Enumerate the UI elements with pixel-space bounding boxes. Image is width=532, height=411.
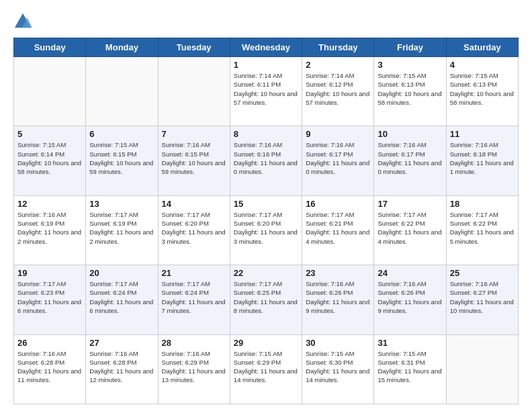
day-info: Sunrise: 7:16 AM Sunset: 6:18 PM Dayligh… [450, 140, 515, 176]
day-info: Sunrise: 7:14 AM Sunset: 6:11 PM Dayligh… [234, 71, 298, 107]
table-row: 15Sunrise: 7:17 AM Sunset: 6:20 PM Dayli… [230, 195, 302, 265]
table-row [158, 57, 230, 126]
day-number: 12 [17, 199, 82, 209]
table-row: 25Sunrise: 7:16 AM Sunset: 6:27 PM Dayli… [446, 265, 518, 334]
table-row: 23Sunrise: 7:16 AM Sunset: 6:26 PM Dayli… [302, 265, 374, 334]
calendar-week-row: 12Sunrise: 7:16 AM Sunset: 6:19 PM Dayli… [14, 195, 519, 265]
logo [13, 12, 35, 31]
day-number: 9 [306, 129, 370, 139]
day-number: 6 [89, 129, 154, 139]
calendar-week-row: 1Sunrise: 7:14 AM Sunset: 6:11 PM Daylig… [14, 57, 519, 126]
table-row: 30Sunrise: 7:15 AM Sunset: 6:30 PM Dayli… [302, 334, 374, 404]
header-friday: Friday [374, 38, 446, 57]
header-monday: Monday [86, 38, 158, 57]
day-info: Sunrise: 7:17 AM Sunset: 6:24 PM Dayligh… [162, 279, 226, 315]
day-number: 13 [89, 199, 154, 209]
day-info: Sunrise: 7:15 AM Sunset: 6:15 PM Dayligh… [89, 140, 154, 176]
table-row: 27Sunrise: 7:16 AM Sunset: 6:28 PM Dayli… [86, 334, 158, 404]
day-info: Sunrise: 7:14 AM Sunset: 6:12 PM Dayligh… [306, 71, 370, 107]
header-sunday: Sunday [14, 38, 86, 57]
day-info: Sunrise: 7:15 AM Sunset: 6:30 PM Dayligh… [306, 349, 370, 385]
day-number: 29 [234, 338, 298, 348]
calendar-week-row: 19Sunrise: 7:17 AM Sunset: 6:23 PM Dayli… [14, 265, 519, 334]
day-info: Sunrise: 7:17 AM Sunset: 6:19 PM Dayligh… [89, 210, 154, 246]
day-info: Sunrise: 7:17 AM Sunset: 6:22 PM Dayligh… [450, 210, 515, 246]
table-row: 9Sunrise: 7:16 AM Sunset: 6:17 PM Daylig… [302, 126, 374, 195]
day-number: 21 [162, 268, 226, 278]
day-info: Sunrise: 7:15 AM Sunset: 6:13 PM Dayligh… [378, 71, 442, 107]
table-row [446, 334, 518, 404]
day-number: 22 [234, 268, 298, 278]
table-row [86, 57, 158, 126]
table-row: 13Sunrise: 7:17 AM Sunset: 6:19 PM Dayli… [86, 195, 158, 265]
table-row: 24Sunrise: 7:16 AM Sunset: 6:26 PM Dayli… [374, 265, 446, 334]
calendar-week-row: 5Sunrise: 7:15 AM Sunset: 6:14 PM Daylig… [14, 126, 519, 195]
day-info: Sunrise: 7:17 AM Sunset: 6:22 PM Dayligh… [378, 210, 442, 246]
table-row: 11Sunrise: 7:16 AM Sunset: 6:18 PM Dayli… [446, 126, 518, 195]
table-row: 10Sunrise: 7:16 AM Sunset: 6:17 PM Dayli… [374, 126, 446, 195]
page: Sunday Monday Tuesday Wednesday Thursday… [0, 0, 532, 411]
weekday-header-row: Sunday Monday Tuesday Wednesday Thursday… [14, 38, 519, 57]
calendar-table: Sunday Monday Tuesday Wednesday Thursday… [13, 38, 519, 404]
table-row: 5Sunrise: 7:15 AM Sunset: 6:14 PM Daylig… [14, 126, 86, 195]
day-info: Sunrise: 7:16 AM Sunset: 6:15 PM Dayligh… [162, 140, 226, 176]
day-number: 16 [306, 199, 370, 209]
day-number: 11 [450, 129, 515, 139]
day-info: Sunrise: 7:16 AM Sunset: 6:28 PM Dayligh… [89, 349, 154, 385]
day-number: 5 [17, 129, 82, 139]
table-row: 6Sunrise: 7:15 AM Sunset: 6:15 PM Daylig… [86, 126, 158, 195]
table-row [14, 57, 86, 126]
day-number: 23 [306, 268, 370, 278]
header-wednesday: Wednesday [230, 38, 302, 57]
table-row: 28Sunrise: 7:16 AM Sunset: 6:29 PM Dayli… [158, 334, 230, 404]
day-info: Sunrise: 7:17 AM Sunset: 6:20 PM Dayligh… [162, 210, 226, 246]
day-number: 3 [378, 60, 442, 70]
day-number: 8 [234, 129, 298, 139]
day-number: 18 [450, 199, 515, 209]
day-info: Sunrise: 7:16 AM Sunset: 6:17 PM Dayligh… [306, 140, 370, 176]
table-row: 1Sunrise: 7:14 AM Sunset: 6:11 PM Daylig… [230, 57, 302, 126]
table-row: 8Sunrise: 7:16 AM Sunset: 6:16 PM Daylig… [230, 126, 302, 195]
calendar-week-row: 26Sunrise: 7:16 AM Sunset: 6:28 PM Dayli… [14, 334, 519, 404]
day-number: 28 [162, 338, 226, 348]
day-number: 25 [450, 268, 515, 278]
header-thursday: Thursday [302, 38, 374, 57]
table-row: 4Sunrise: 7:15 AM Sunset: 6:13 PM Daylig… [446, 57, 518, 126]
table-row: 2Sunrise: 7:14 AM Sunset: 6:12 PM Daylig… [302, 57, 374, 126]
table-row: 7Sunrise: 7:16 AM Sunset: 6:15 PM Daylig… [158, 126, 230, 195]
day-number: 17 [378, 199, 442, 209]
day-info: Sunrise: 7:15 AM Sunset: 6:29 PM Dayligh… [234, 349, 298, 385]
day-info: Sunrise: 7:16 AM Sunset: 6:17 PM Dayligh… [378, 140, 442, 176]
day-info: Sunrise: 7:16 AM Sunset: 6:29 PM Dayligh… [162, 349, 226, 385]
day-number: 1 [234, 60, 298, 70]
day-number: 20 [89, 268, 154, 278]
day-info: Sunrise: 7:15 AM Sunset: 6:13 PM Dayligh… [450, 71, 515, 107]
table-row: 21Sunrise: 7:17 AM Sunset: 6:24 PM Dayli… [158, 265, 230, 334]
day-number: 2 [306, 60, 370, 70]
day-number: 15 [234, 199, 298, 209]
logo-icon [13, 12, 32, 31]
day-number: 19 [17, 268, 82, 278]
table-row: 3Sunrise: 7:15 AM Sunset: 6:13 PM Daylig… [374, 57, 446, 126]
header-tuesday: Tuesday [158, 38, 230, 57]
table-row: 16Sunrise: 7:17 AM Sunset: 6:21 PM Dayli… [302, 195, 374, 265]
day-number: 14 [162, 199, 226, 209]
day-info: Sunrise: 7:16 AM Sunset: 6:19 PM Dayligh… [17, 210, 82, 246]
day-number: 7 [162, 129, 226, 139]
header [13, 12, 519, 31]
table-row: 12Sunrise: 7:16 AM Sunset: 6:19 PM Dayli… [14, 195, 86, 265]
day-number: 27 [89, 338, 154, 348]
day-info: Sunrise: 7:17 AM Sunset: 6:23 PM Dayligh… [17, 279, 82, 315]
table-row: 26Sunrise: 7:16 AM Sunset: 6:28 PM Dayli… [14, 334, 86, 404]
table-row: 29Sunrise: 7:15 AM Sunset: 6:29 PM Dayli… [230, 334, 302, 404]
header-saturday: Saturday [446, 38, 518, 57]
day-info: Sunrise: 7:16 AM Sunset: 6:26 PM Dayligh… [378, 279, 442, 315]
day-number: 30 [306, 338, 370, 348]
day-number: 24 [378, 268, 442, 278]
table-row: 14Sunrise: 7:17 AM Sunset: 6:20 PM Dayli… [158, 195, 230, 265]
table-row: 31Sunrise: 7:15 AM Sunset: 6:31 PM Dayli… [374, 334, 446, 404]
day-number: 26 [17, 338, 82, 348]
day-info: Sunrise: 7:16 AM Sunset: 6:27 PM Dayligh… [450, 279, 515, 315]
day-number: 31 [378, 338, 442, 348]
table-row: 17Sunrise: 7:17 AM Sunset: 6:22 PM Dayli… [374, 195, 446, 265]
